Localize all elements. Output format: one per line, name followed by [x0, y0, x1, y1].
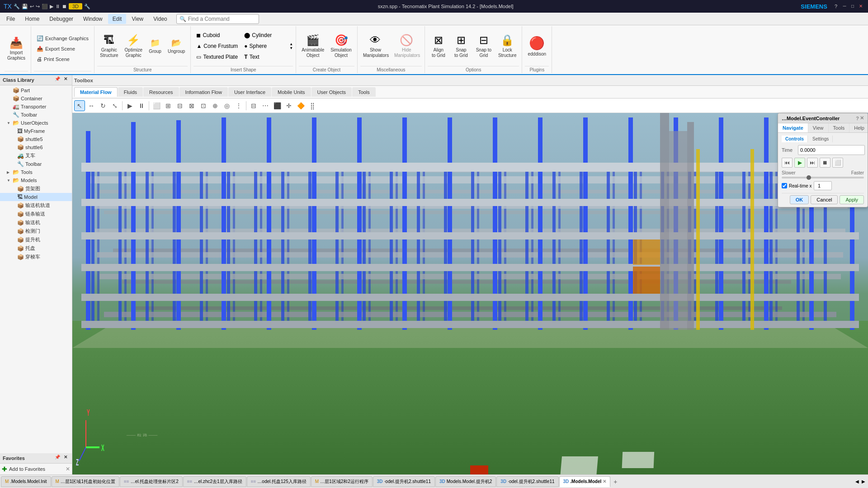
tab-mobile-units[interactable]: Mobile Units [272, 87, 311, 97]
tab-information-flow[interactable]: Information Flow [179, 87, 228, 97]
menu-edit[interactable]: Edit [108, 14, 127, 24]
group-button[interactable]: 📁 Group [146, 30, 164, 62]
textured-plate-button[interactable]: ▭ Textured Plate [193, 52, 241, 62]
tab-resources[interactable]: Resources [143, 87, 179, 97]
bottom-tab-add-button[interactable]: + [611, 477, 620, 487]
pipe-tool[interactable]: ⋮ [233, 100, 244, 111]
ec-tab-tools[interactable]: Tools [829, 123, 850, 132]
cylinder-button[interactable]: ⬤ Cylinder [241, 30, 288, 40]
menu-debugger[interactable]: Debugger [45, 14, 78, 24]
tab-fluids[interactable]: Fluids [118, 87, 143, 97]
ec-apply-button[interactable]: Apply [840, 195, 864, 204]
pin-icon[interactable]: 📌 [54, 76, 61, 84]
tree-item-detector[interactable]: 📦 检测门 [0, 227, 72, 235]
snap-to-grid2-button[interactable]: ⊟ Snap toGrid [473, 30, 495, 62]
exchange-graphics-button[interactable]: 🔄 Exchange Graphics [34, 33, 91, 43]
bottom-tab-3d-shuttle2[interactable]: 3D ·odel.提升机2.shuttle11 [496, 476, 558, 487]
minimize-button[interactable]: ─ [841, 3, 848, 10]
ec-fast-forward-button[interactable]: ⏭ [807, 158, 818, 168]
import-graphics-button[interactable]: 📥 ImportGraphics [5, 33, 28, 65]
align-to-grid-button[interactable]: ⊠ Alignto Grid [428, 30, 449, 62]
frame-tool[interactable]: ⬜ [151, 100, 162, 111]
ungroup-button[interactable]: 📂 Ungroup [165, 30, 188, 62]
ec-cancel-button[interactable]: Cancel [811, 195, 838, 204]
path-tool[interactable]: 🔶 [295, 100, 306, 111]
bottom-tab-tray-init[interactable]: M …层1区域1托盘初始化位置 [52, 476, 119, 487]
snap-to-grid-button[interactable]: ⊞ Snapto Grid [450, 30, 472, 62]
menu-video[interactable]: Video [149, 14, 171, 24]
tree-item-shuttle6[interactable]: 📦 shuttle6 [0, 143, 72, 151]
add-to-favorites-label[interactable]: Add to Favorites [9, 466, 45, 472]
tree-item-container[interactable]: 📦 Container [0, 94, 72, 103]
select-tool[interactable]: ↖ [74, 100, 85, 111]
sphere-button[interactable]: ● Sphere [241, 41, 288, 51]
tree-item-forklift[interactable]: 🚜 叉车 [0, 151, 72, 160]
close-button[interactable]: ✕ [857, 3, 864, 10]
show-manipulators-button[interactable]: 👁 ShowManipulators [360, 30, 391, 62]
circle-tool[interactable]: ◎ [222, 100, 232, 111]
ec-ok-button[interactable]: OK [790, 195, 809, 204]
search-input[interactable] [188, 16, 256, 22]
help-btn[interactable]: ? [835, 4, 837, 9]
bottom-tab-3d-models[interactable]: 3D .Models.Model ✕ [559, 476, 611, 487]
text-button[interactable]: T Text [241, 52, 288, 62]
tree-item-transporter[interactable]: 🚛 Transporter [0, 103, 72, 111]
bottom-prev-button[interactable]: ◀ [854, 478, 860, 485]
print-scene-button[interactable]: 🖨 Print Scene [34, 54, 91, 64]
fav-pin-icon[interactable]: 📌 [54, 455, 61, 462]
view-tool[interactable]: ⊟ [248, 100, 259, 111]
bottom-tab-3d-model[interactable]: 3D Models.Model.提升机2 [435, 476, 496, 487]
move-tool[interactable]: ↔ [86, 100, 97, 111]
align-tool[interactable]: ⊟ [175, 100, 185, 111]
tree-item-conveyor1[interactable]: 📦 输送机轨道 [0, 201, 72, 210]
snap-tool[interactable]: ⊡ [198, 100, 209, 111]
tree-item-conveyor3[interactable]: 📦 输送机 [0, 218, 72, 227]
lock-structure-button[interactable]: 🔒 LockStructure [495, 30, 519, 62]
tree-item-conveyor2[interactable]: 📦 链条输送 [0, 210, 72, 218]
tree-item-tray[interactable]: 📦 托盘 [0, 244, 72, 253]
ec-speed-slider[interactable] [782, 177, 864, 178]
ec-realtime-checkbox[interactable] [782, 183, 787, 188]
fav-close-button[interactable]: ✕ [62, 455, 69, 462]
bottom-tab-zhc2[interactable]: ≡≡ …el.zhc2去1层入库路径 [183, 476, 246, 487]
maximize-button[interactable]: □ [849, 3, 856, 10]
tree-item-model[interactable]: 🏗 Model [0, 193, 72, 201]
bottom-tab-tray125[interactable]: ≡≡ …odel.托盘125入库路径 [247, 476, 311, 487]
cone-frustum-button[interactable]: ▲ Cone Frustum [193, 41, 241, 51]
ec-close-button[interactable]: ✕ [860, 115, 864, 121]
bottom-tab-zone2[interactable]: M …层1区域2和2运行程序 [311, 476, 373, 487]
tree-item-shelf[interactable]: 📦 货架图 [0, 184, 72, 193]
tree-item-toolbar[interactable]: 🔧 Toolbar [0, 111, 72, 119]
ec-tab-navigate[interactable]: Navigate [778, 123, 808, 132]
optimize-graphic-button[interactable]: ⚡ OptimizeGraphic [122, 30, 145, 62]
play-icon[interactable]: ▶ [124, 100, 135, 111]
tab-user-interface[interactable]: User Interface [228, 87, 271, 97]
bottom-tab-init[interactable]: M .Models.Model.Init [1, 476, 51, 487]
mesh-tool[interactable]: ⋯ [260, 100, 271, 111]
cuboid-button[interactable]: ◼ Cuboid [193, 30, 241, 40]
tab-material-flow[interactable]: Material Flow [74, 87, 118, 97]
hide-manipulators-button[interactable]: 🚫 HideManipulators [392, 30, 422, 62]
ec-tab-help[interactable]: Help [849, 123, 868, 132]
remove-favorites-icon[interactable]: ✕ [66, 466, 70, 472]
viewport-3d[interactable]: Y X Z —— 粒 路 —— [72, 113, 868, 474]
pause-icon[interactable]: ⏸ [136, 100, 147, 111]
bottom-next-button[interactable]: ▶ [861, 478, 866, 485]
ec-time-input[interactable] [798, 145, 865, 155]
ec-rewind-button[interactable]: ⏮ [782, 158, 793, 168]
tab-tools[interactable]: Tools [352, 87, 376, 97]
tree-item-part[interactable]: 📦 Part [0, 86, 72, 94]
edddison-button[interactable]: 🔴 edddison [525, 30, 549, 62]
arrange-tool[interactable]: ⣿ [307, 100, 318, 111]
nav-tool[interactable]: ✛ [283, 100, 294, 111]
graphic-structure-button[interactable]: 🏗 GraphicStructure [97, 30, 121, 62]
connect-tool[interactable]: ⊕ [210, 100, 221, 111]
menu-window[interactable]: Window [79, 14, 107, 24]
simulation-object-button[interactable]: 🎯 SimulationObject [328, 30, 354, 62]
grid-tool[interactable]: ⊞ [163, 100, 174, 111]
bottom-tab-tray-mgmt[interactable]: ≡≡ …el.托盘处理坐标片区2 [120, 476, 183, 487]
close-panel-button[interactable]: ✕ [62, 76, 69, 84]
ec-controls-tab[interactable]: Controls [782, 136, 808, 142]
menu-home[interactable]: Home [20, 14, 44, 24]
ec-help-button[interactable]: ? [856, 116, 859, 121]
